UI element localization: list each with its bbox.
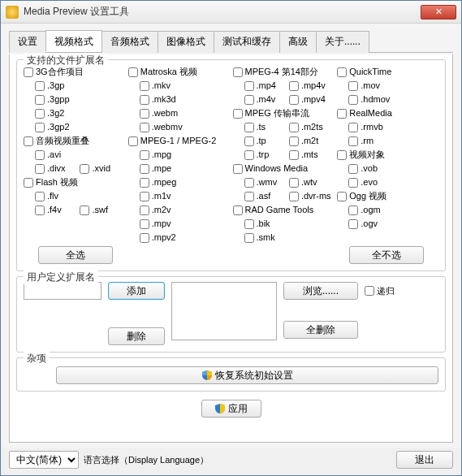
tab-strip: 设置视频格式音频格式图像格式测试和缓存高级关于...... — [9, 30, 453, 53]
tab-6[interactable]: 关于...... — [316, 31, 369, 53]
ext-checkbox[interactable]: .avi — [35, 148, 80, 162]
ext-checkbox[interactable]: .dvr-ms — [289, 189, 334, 203]
ext-checkbox[interactable]: .swf — [80, 203, 124, 217]
ext-checkbox[interactable]: .rm — [348, 134, 393, 148]
ext-checkbox[interactable]: .mk3d — [140, 93, 184, 106]
ext-checkbox[interactable]: .m2ts — [289, 120, 334, 134]
ext-checkbox[interactable]: .trp — [244, 148, 289, 162]
select-none-button[interactable]: 全不选 — [349, 246, 424, 264]
ext-col-3: QuickTime.mov.hdmovRealMedia.rmvb.rm视频对象… — [337, 65, 438, 244]
ext-col-1: Matroska 视频.mkv.mk3d.webm.webmvMPEG-1 / … — [128, 65, 230, 244]
content-area: 设置视频格式音频格式图像格式测试和缓存高级关于...... 支持的文件扩展名 3… — [1, 24, 461, 448]
ext-checkbox[interactable]: .m1v — [140, 189, 184, 203]
ext-group-head[interactable]: MPEG-1 / MPEG-2 — [128, 134, 230, 148]
ext-checkbox[interactable]: .ts — [244, 120, 289, 134]
tab-body: 支持的文件扩展名 3G合作项目.3gp.3gpp.3g2.3gp2音频视频重叠.… — [9, 54, 453, 443]
language-select[interactable]: 中文(简体) — [9, 451, 79, 469]
ext-checkbox[interactable]: .mts — [289, 148, 334, 162]
tab-5[interactable]: 高级 — [279, 31, 317, 53]
app-icon — [6, 6, 19, 19]
ext-checkbox[interactable]: .mp4 — [244, 79, 289, 93]
tab-2[interactable]: 音频格式 — [101, 31, 158, 53]
ext-checkbox[interactable]: .mpg — [140, 148, 184, 162]
ext-checkbox[interactable]: .m2t — [289, 134, 334, 148]
ext-group-head[interactable]: RealMedia — [337, 106, 438, 120]
group-user-extensions: 用户定义扩展名 添加 删除 浏览...... — [16, 276, 446, 353]
ext-checkbox[interactable]: .mpv2 — [140, 231, 184, 244]
ext-checkbox[interactable]: .m2v — [140, 203, 184, 217]
browse-button[interactable]: 浏览...... — [283, 282, 358, 300]
ext-checkbox[interactable]: .rmvb — [348, 120, 393, 134]
ext-checkbox[interactable]: .vob — [348, 162, 393, 175]
ext-checkbox[interactable]: .asf — [244, 189, 289, 203]
footer: 中文(简体) 语言选择（Display Language） 退出 — [1, 448, 461, 475]
ext-checkbox[interactable]: .mpe — [140, 162, 184, 175]
ext-col-0: 3G合作项目.3gp.3gpp.3g2.3gp2音频视频重叠.avi.divx.… — [24, 65, 125, 244]
restore-label: 恢复系统初始设置 — [215, 369, 293, 383]
tab-3[interactable]: 图像格式 — [158, 31, 214, 53]
close-button[interactable]: ✕ — [421, 5, 456, 19]
tab-0[interactable]: 设置 — [9, 31, 46, 53]
select-all-button[interactable]: 全选 — [38, 246, 113, 264]
group-title-user: 用户定义扩展名 — [24, 270, 98, 284]
ext-checkbox[interactable]: .ogm — [348, 203, 393, 217]
group-title-ext: 支持的文件扩展名 — [24, 54, 108, 67]
ext-checkbox[interactable]: .hdmov — [348, 93, 393, 106]
ext-checkbox[interactable]: .bik — [244, 217, 289, 231]
restore-defaults-button[interactable]: 恢复系统初始设置 — [56, 366, 438, 384]
extensions-columns: 3G合作项目.3gp.3gpp.3g2.3gp2音频视频重叠.avi.divx.… — [24, 65, 438, 244]
ext-checkbox[interactable]: .3gp2 — [35, 120, 80, 134]
ext-group-head[interactable]: Ogg 视频 — [337, 189, 438, 203]
group-supported-extensions: 支持的文件扩展名 3G合作项目.3gp.3gpp.3g2.3gp2音频视频重叠.… — [16, 59, 446, 271]
ext-checkbox[interactable]: .smk — [244, 231, 289, 244]
apply-label: 应用 — [228, 402, 248, 416]
ext-checkbox[interactable]: .mpv — [140, 217, 184, 231]
ext-checkbox[interactable]: .3gp — [35, 79, 80, 93]
language-label: 语言选择（Display Language） — [84, 454, 209, 466]
app-window: Media Preview 设置工具 ✕ 设置视频格式音频格式图像格式测试和缓存… — [0, 0, 462, 476]
user-ext-list[interactable] — [171, 282, 277, 340]
ext-checkbox[interactable]: .wtv — [289, 175, 334, 189]
ext-checkbox[interactable]: .mpeg — [140, 175, 184, 189]
ext-checkbox[interactable]: .webmv — [140, 120, 184, 134]
ext-checkbox[interactable]: .3g2 — [35, 106, 80, 120]
ext-checkbox[interactable]: .mpv4 — [289, 93, 334, 106]
ext-checkbox[interactable]: .mov — [348, 79, 393, 93]
ext-checkbox[interactable]: .tp — [244, 134, 289, 148]
ext-group-head[interactable]: RAD Game Tools — [233, 203, 335, 217]
ext-checkbox[interactable]: .3gpp — [35, 93, 80, 106]
add-button[interactable]: 添加 — [108, 282, 165, 300]
shield-icon — [202, 370, 212, 380]
ext-checkbox[interactable]: .divx — [35, 162, 80, 175]
ext-checkbox[interactable]: .wmv — [244, 175, 289, 189]
ext-group-head[interactable]: Matroska 视频 — [128, 65, 230, 79]
ext-group-head[interactable]: MPEG 传输串流 — [233, 106, 335, 120]
ext-col-2: MPEG-4 第14部分.mp4.mp4v.m4v.mpv4MPEG 传输串流.… — [233, 65, 335, 244]
ext-checkbox[interactable]: .webm — [140, 106, 184, 120]
ext-group-head[interactable]: 音频视频重叠 — [24, 134, 125, 148]
ext-checkbox[interactable]: .evo — [348, 175, 393, 189]
shield-icon — [215, 404, 225, 413]
exit-button[interactable]: 退出 — [396, 451, 453, 469]
recurse-checkbox[interactable]: 递归 — [365, 284, 395, 298]
tab-1[interactable]: 视频格式 — [45, 30, 102, 52]
ext-checkbox[interactable]: .mkv — [140, 79, 184, 93]
ext-checkbox[interactable]: .m4v — [244, 93, 289, 106]
user-ext-input[interactable] — [24, 282, 101, 300]
ext-group-head[interactable]: Windows Media — [233, 162, 335, 175]
ext-group-head[interactable]: Flash 视频 — [24, 175, 125, 189]
ext-group-head[interactable]: MPEG-4 第14部分 — [233, 65, 335, 79]
delete-button[interactable]: 删除 — [108, 327, 165, 345]
ext-checkbox[interactable]: .f4v — [35, 203, 80, 217]
ext-checkbox[interactable]: .flv — [35, 189, 80, 203]
ext-group-head[interactable]: QuickTime — [337, 65, 438, 79]
titlebar: Media Preview 设置工具 ✕ — [1, 1, 461, 24]
ext-group-head[interactable]: 视频对象 — [337, 148, 438, 162]
tab-4[interactable]: 测试和缓存 — [214, 31, 280, 53]
ext-checkbox[interactable]: .mp4v — [289, 79, 334, 93]
apply-button[interactable]: 应用 — [201, 400, 261, 418]
ext-checkbox[interactable]: .ogv — [348, 217, 393, 231]
ext-checkbox[interactable]: .xvid — [80, 162, 124, 175]
delete-all-button[interactable]: 全删除 — [283, 321, 358, 339]
group-title-misc: 杂项 — [24, 352, 50, 366]
